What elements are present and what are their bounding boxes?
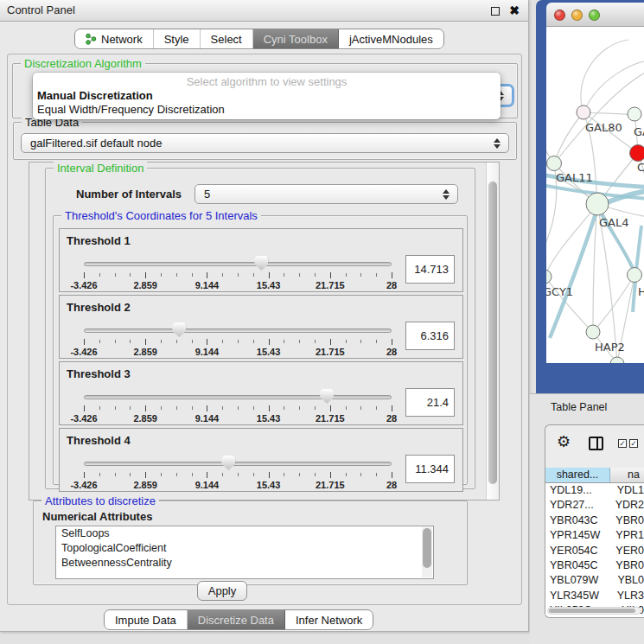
tab-impute-data[interactable]: Impute Data [105, 610, 188, 629]
scrollbar-thumb[interactable] [549, 609, 635, 613]
network-edge[interactable] [554, 112, 583, 163]
algorithm-placeholder-option[interactable]: Select algorithm to view settings [33, 73, 501, 89]
threshold-value-field[interactable]: 11.344 [405, 455, 455, 483]
shared-name-cell[interactable]: YBR043C [545, 513, 603, 528]
threshold-value-field[interactable]: 21.4 [405, 388, 455, 417]
threshold-value-field[interactable]: 14.713 [405, 255, 455, 284]
number-of-intervals-value: 5 [204, 188, 210, 201]
algorithm-option[interactable]: Equal Width/Frequency Discretization [33, 103, 501, 117]
threshold-box: Threshold 3-3.4262.8599.14415.4321.71528… [59, 361, 463, 425]
close-icon[interactable]: ✖ [509, 3, 520, 17]
name-cell[interactable]: YBR0 [603, 558, 644, 573]
network-edge[interactable] [546, 163, 557, 269]
table-row[interactable]: YBR043CYBR0 [545, 513, 644, 528]
column-header-shared-name[interactable]: shared... [545, 468, 610, 482]
slider-track[interactable] [84, 262, 392, 266]
network-edge[interactable] [581, 40, 628, 112]
network-node[interactable] [630, 145, 644, 162]
threshold-slider[interactable]: -3.4262.8599.14415.4321.71528 [84, 255, 392, 290]
network-edge[interactable] [583, 112, 634, 115]
network-node[interactable] [586, 193, 609, 215]
attribute-list-item[interactable]: TopologicalCoefficient [56, 541, 433, 556]
tab-select[interactable]: Select [201, 29, 253, 48]
slider-track[interactable] [84, 462, 392, 466]
scrollbar-thumb[interactable] [423, 528, 431, 568]
shared-name-cell[interactable]: YDL19... [545, 483, 605, 498]
table-row[interactable]: YPR145WYPR1 [545, 528, 644, 543]
table-row[interactable]: YDL19...YDL1 [545, 483, 644, 498]
threshold-slider[interactable]: -3.4262.8599.14415.4321.71528 [84, 322, 392, 356]
tab-discretize-data[interactable]: Discretize Data [188, 610, 285, 629]
horizontal-scrollbar[interactable] [547, 607, 641, 615]
name-cell[interactable]: YPR1 [603, 528, 644, 543]
algorithm-option[interactable]: Manual Discretization [33, 89, 501, 103]
shared-name-cell[interactable]: YPR145W [545, 528, 603, 543]
network-node[interactable] [628, 107, 641, 121]
network-canvas[interactable]: GAL80GACGAL11GAL4GCY1HHAP2 [546, 27, 644, 363]
list-scrollbar[interactable] [422, 527, 432, 577]
gear-icon[interactable]: ⚙ [557, 434, 571, 450]
table-row[interactable]: YLR345WYLR3 [545, 589, 644, 603]
tab-network[interactable]: Network [75, 29, 154, 48]
column-header-name[interactable]: na [610, 468, 644, 482]
table-row[interactable]: YBR045CYBR0 [545, 558, 644, 573]
float-window-icon[interactable] [491, 7, 500, 16]
name-cell[interactable]: YDR2 [603, 498, 644, 513]
tick-mark [115, 340, 116, 343]
slider-thumb[interactable] [320, 389, 334, 404]
network-edge[interactable] [583, 60, 644, 112]
split-columns-icon[interactable] [589, 437, 603, 450]
network-edge-highlighted[interactable] [550, 208, 597, 338]
scale-tick-label: 28 [386, 480, 397, 490]
tab-cyni-toolbox[interactable]: Cyni Toolbox [253, 29, 339, 48]
tab-infer-network[interactable]: Infer Network [285, 610, 373, 629]
table-row[interactable]: YDR27...YDR2 [545, 498, 644, 513]
slider-thumb[interactable] [172, 322, 186, 337]
slider-thumb[interactable] [221, 456, 235, 470]
tab-style[interactable]: Style [154, 29, 201, 48]
shared-name-cell[interactable]: YDR27... [545, 498, 603, 513]
table-row[interactable]: YER054CYER0 [545, 544, 644, 558]
attribute-list-item[interactable]: SelfLoops [56, 526, 433, 541]
slider-track[interactable] [84, 395, 392, 399]
tick-mark [269, 272, 270, 278]
shared-name-cell[interactable]: YLR345W [545, 589, 605, 603]
network-node[interactable] [628, 268, 642, 283]
network-node[interactable] [547, 156, 562, 171]
name-cell[interactable]: YLR3 [605, 589, 644, 603]
tab-jactivemnodules[interactable]: jActiveMNodules [339, 29, 443, 48]
name-cell[interactable]: YER0 [603, 544, 644, 558]
threshold-slider[interactable]: -3.4262.8599.14415.4321.71528 [84, 388, 392, 423]
shared-name-cell[interactable]: YBL079W [545, 573, 605, 588]
network-node[interactable] [577, 105, 590, 119]
threshold-slider[interactable]: -3.4262.8599.14415.4321.71528 [84, 455, 392, 489]
tick-mark [376, 473, 377, 476]
network-graph[interactable]: GAL80GACGAL11GAL4GCY1HHAP2 [546, 27, 644, 363]
tick-mark [130, 340, 131, 343]
network-node[interactable] [586, 325, 600, 339]
slider-track[interactable] [84, 328, 392, 333]
network-node[interactable] [546, 270, 552, 284]
shared-name-cell[interactable]: YBR045C [545, 558, 603, 573]
table-row[interactable]: YBL079WYBL0 [545, 573, 644, 588]
shared-name-cell[interactable]: YER054C [545, 544, 603, 558]
checkbox-icon[interactable]: ✓ [618, 439, 627, 448]
close-traffic-light-icon[interactable] [554, 10, 565, 21]
checkbox-icon[interactable]: ✓ [629, 439, 638, 448]
slider-thumb[interactable] [254, 256, 268, 271]
scale-tick-label: -3.426 [70, 347, 97, 357]
name-cell[interactable]: YBL0 [605, 573, 644, 588]
attribute-list-item[interactable]: BetweennessCentrality [56, 556, 433, 571]
scrollbar-thumb[interactable] [488, 182, 497, 484]
thresholds-group: Threshold's Coordinates for 5 Intervals … [53, 215, 468, 485]
threshold-value-field[interactable]: 6.316 [405, 322, 455, 350]
name-cell[interactable]: YBR0 [603, 513, 644, 528]
apply-button[interactable]: Apply [197, 581, 247, 601]
vertical-scrollbar[interactable] [486, 163, 499, 500]
minimize-traffic-light-icon[interactable] [571, 10, 583, 21]
zoom-traffic-light-icon[interactable] [589, 10, 600, 21]
numerical-attributes-list[interactable]: SelfLoopsTopologicalCoefficientBetweenne… [55, 526, 434, 579]
table-data-combobox[interactable]: galFiltered.sif default node [21, 133, 509, 153]
number-of-intervals-combobox[interactable]: 5 [194, 184, 458, 204]
name-cell[interactable]: YDL1 [605, 483, 644, 498]
